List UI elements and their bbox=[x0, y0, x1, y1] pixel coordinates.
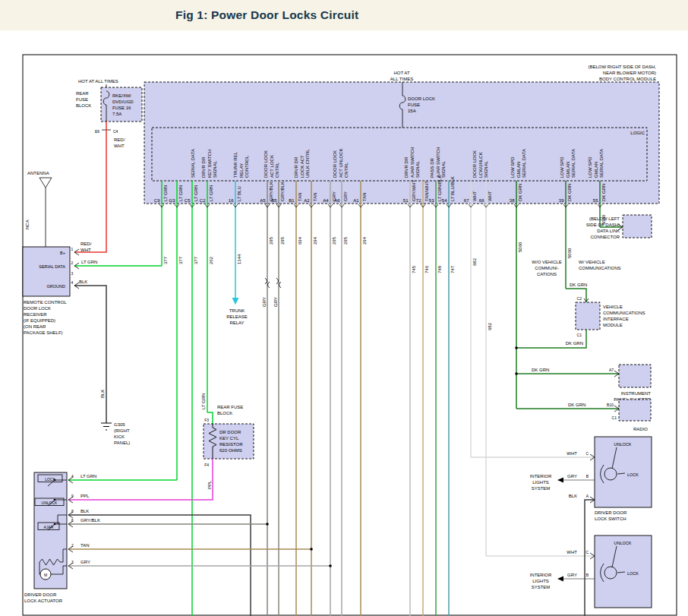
bcm-function-1-line-2: SIGNAL bbox=[213, 160, 217, 178]
bcm-pin-72: 72 bbox=[416, 198, 421, 203]
actuator-pin-9-color: PPL bbox=[80, 494, 90, 498]
bcm-pin-A4: A4 bbox=[323, 198, 329, 203]
ipc-label-line-0: INSTRUMENT bbox=[621, 391, 652, 396]
contact-dot bbox=[54, 523, 56, 526]
bcm-location-label-line-2: BODY CONTROL MODULE bbox=[599, 77, 656, 81]
bcm-function-11-line-2: SERIAL DATA bbox=[599, 149, 604, 178]
receiver-pin-1: 1 bbox=[71, 247, 74, 251]
dlc-box bbox=[623, 215, 652, 238]
g305-label-line-1: (RIGHT bbox=[114, 428, 130, 433]
bcm-pin-C5: C5 bbox=[185, 198, 191, 203]
pass-switch-lock: LOCK bbox=[627, 571, 639, 576]
driver-switch-unlock: UNLOCK bbox=[614, 442, 632, 447]
wire-circuit-number: 5060 bbox=[518, 242, 522, 252]
wire-circuit-number: 262 bbox=[209, 256, 213, 264]
fuse-16-label-line-0: RKE/XM/ bbox=[112, 93, 131, 98]
wire-color-name: TAN bbox=[298, 192, 302, 201]
driver-pin-c: C bbox=[585, 451, 589, 456]
wire-color-name: LT BLU bbox=[237, 186, 241, 201]
driver-interior-label-line-2: SYSTEM bbox=[532, 486, 551, 491]
ltgrn-wire-label: LT GRN bbox=[201, 393, 206, 409]
pass-gry-label: GRY bbox=[567, 573, 577, 577]
wo-comms-label-line-2: CATIONS bbox=[537, 272, 557, 276]
receiver-caption-line-1: DOOR LOCK bbox=[24, 306, 51, 311]
resistor-box bbox=[204, 424, 254, 459]
bcm-function-8-line-0: DOOR LOCK bbox=[472, 150, 477, 178]
red-wht-stub-label-line-1: WHT bbox=[114, 144, 125, 148]
pin-c1-radio: C1 bbox=[612, 415, 617, 420]
w-comms-label-line-1: COMMUNICATIONS bbox=[579, 266, 621, 270]
receiver-redwht-label-line-0: RED/ bbox=[80, 242, 92, 246]
bcm-function-0-line-0: SERIAL DATA bbox=[191, 149, 195, 178]
actuator-pin-4-color: LT GRN bbox=[80, 474, 96, 479]
ipc-box bbox=[619, 365, 651, 387]
bcm-pin-54: 54 bbox=[442, 198, 447, 203]
wire-color-name: TAN/WHT bbox=[424, 181, 429, 201]
wire-color-name: WHT bbox=[488, 191, 492, 201]
pin-a7: A7 bbox=[609, 368, 614, 372]
pin-f3: F3 bbox=[204, 418, 209, 422]
bcm-pin-53: 53 bbox=[429, 198, 434, 203]
wire-circuit-number: 294 bbox=[362, 236, 367, 245]
bcm-logic-label: LOGIC bbox=[630, 131, 645, 135]
bcm-pin-55: 55 bbox=[593, 198, 598, 203]
bcm-function-4-line-0: DRVR DR bbox=[294, 156, 298, 178]
wire-color-name: LT GRN bbox=[194, 185, 198, 201]
driver-switch-caption-line-0: DRIVER DOOR bbox=[595, 510, 627, 515]
actuator-pin-3-color: GRY bbox=[80, 560, 90, 564]
wo-comms-label-line-0: W/O VEHICLE bbox=[532, 260, 561, 264]
antenna-label: ANTENNA bbox=[27, 171, 49, 175]
wire-color-name: WHT bbox=[472, 191, 477, 201]
trunk-relay-label-line-0: TRUNK bbox=[229, 308, 245, 313]
g305-label-line-3: PANEL) bbox=[114, 441, 130, 445]
driver-switch-caption-line-1: LOCK SWITCH bbox=[595, 516, 626, 521]
wire-circuit-number: 747 bbox=[450, 265, 455, 273]
wire-color-name: GRY/WHT bbox=[412, 179, 416, 201]
driver-interior-label-line-1: LIGHTS bbox=[532, 480, 549, 485]
bcm-function-9-line-1: GMLAN bbox=[516, 162, 521, 178]
bcm-pin-67: 67 bbox=[464, 198, 469, 203]
receiver-blk-label: BLK bbox=[79, 280, 87, 284]
bcm-function-7-line-0: PASS DR bbox=[430, 157, 434, 178]
bcm-function-3-line-1: ACT LOCK bbox=[270, 155, 274, 178]
bcm-pin-A5: A5 bbox=[260, 198, 266, 203]
wire-color-name: TAN bbox=[362, 192, 367, 201]
trunk-relay-label-line-1: RELEASE bbox=[226, 314, 248, 319]
bcm-function-3-line-0: DOOR LOCK bbox=[264, 150, 268, 178]
driver-wht-label: WHT bbox=[566, 451, 577, 456]
dkgrn-label-1: DK GRN bbox=[570, 283, 587, 287]
dkgrn-label-3: DK GRN bbox=[532, 368, 549, 372]
dlc-label-line-1: SIDE OF DASH) bbox=[586, 223, 620, 227]
wire-circuit-number: 694 bbox=[298, 236, 302, 245]
bcm-function-10-line-1: GMLAN bbox=[566, 162, 570, 178]
bcm-pin-B5: B5 bbox=[271, 198, 277, 203]
pin-f4: F4 bbox=[204, 463, 209, 467]
title-bar: Fig 1: Power Door Locks Circuit bbox=[0, 0, 688, 30]
wire-color-name: LT GRN bbox=[163, 185, 168, 201]
contact-dot bbox=[54, 499, 56, 501]
receiver-ground: GROUND bbox=[47, 284, 65, 289]
bcm-hot-label-line-0: HOT AT bbox=[393, 71, 409, 75]
wire-circuit-number: 377 bbox=[163, 256, 168, 264]
vcim-label-line-3: MODULE bbox=[603, 323, 623, 327]
blk-wire-label: BLK bbox=[100, 390, 105, 398]
wire-circuit-number: 1344 bbox=[237, 254, 241, 264]
contact-dot bbox=[54, 479, 56, 482]
receiver-caption-line-0: REMOTE CONTROL bbox=[24, 300, 67, 305]
red-wht-stub-label-line-0: RED/ bbox=[114, 137, 125, 142]
vcim-pin-c1: C1 bbox=[577, 333, 582, 337]
vcim-box bbox=[576, 302, 600, 330]
bcm-function-5-line-2: CNTRL bbox=[344, 162, 349, 178]
w-comms-label-line-0: W/ VEHICLE bbox=[579, 260, 605, 264]
door-lock-fuse-label-line-1: FUSE bbox=[408, 103, 420, 107]
vcim-label-line-0: VEHICLE bbox=[603, 305, 623, 309]
driver-interior-label: INTERIORLIGHTSSYSTEM bbox=[530, 474, 552, 491]
driver-blk-label: BLK bbox=[569, 494, 577, 498]
door-lock-fuse-label-line-2: 15A bbox=[408, 109, 416, 113]
wire-circuit-number: 377 bbox=[194, 256, 198, 264]
bcm-function-2-line-0: TRUNK REL bbox=[233, 151, 238, 178]
wire-color-name: GRY/BLK bbox=[280, 182, 285, 201]
bcm-function-10-line-2: SERIAL DATA bbox=[571, 149, 576, 178]
door-lock-fuse-label-line-0: DOOR LOCK bbox=[408, 96, 435, 101]
bcm-pin-A1: A1 bbox=[353, 198, 359, 203]
